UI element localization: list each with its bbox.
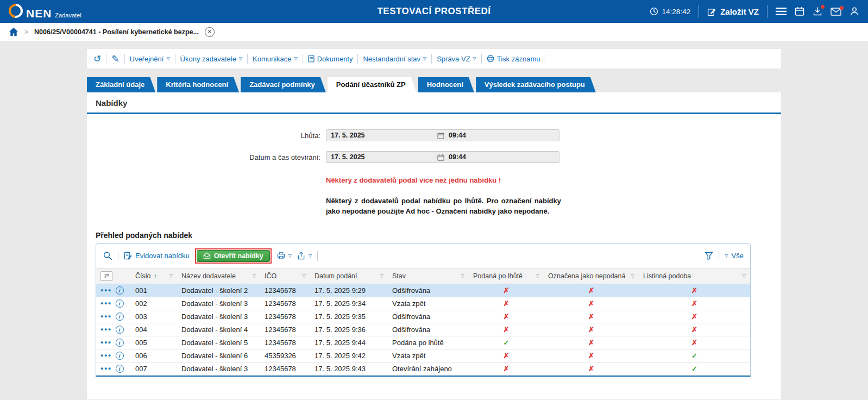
column-filter-icon[interactable]: ▽	[536, 273, 539, 278]
export-icon	[297, 252, 305, 260]
menu-label: Úkony zadavatele	[180, 55, 236, 63]
row-info-icon[interactable]: i	[116, 339, 124, 347]
filter-icon[interactable]	[705, 252, 713, 260]
cell-status: Vzata zpět	[388, 349, 469, 362]
tab-hodnoceni[interactable]: Hodnocení	[418, 77, 474, 92]
row-actions-icon[interactable]: ●●●	[100, 366, 112, 371]
topbar: NEN Zadavatel TESTOVACÍ PROSTŘEDÍ 14:28:…	[0, 0, 868, 23]
downloads-badge	[821, 5, 825, 9]
menu-label: Komunikace	[253, 55, 292, 63]
offer-row[interactable]: ●●●i007Dodavatel - školení 31234567817. …	[96, 362, 750, 375]
column-chooser-icon[interactable]: ⇄	[100, 271, 112, 281]
offer-row[interactable]: ●●●i001Dodavatel - školení 21234567817. …	[96, 284, 750, 297]
menu-label: Nestandardní stav	[363, 55, 420, 63]
pencil-icon[interactable]: ✎	[111, 54, 119, 64]
cross-icon: ✗	[639, 310, 750, 323]
column-label: Číslo	[135, 272, 150, 280]
breadcrumb-item[interactable]: N006/25/V00004741 - Posílení kybernetick…	[34, 28, 199, 36]
row-actions-icon[interactable]: ●●●	[100, 353, 112, 358]
row-actions-icon[interactable]: ●●●	[100, 301, 112, 306]
search-participant-icon[interactable]	[103, 251, 112, 261]
tab-podani-ucastniku[interactable]: Podání účastníků ZP	[328, 77, 417, 92]
topbar-separator	[767, 5, 768, 18]
calendar-icon[interactable]	[437, 132, 444, 139]
chevron-down-icon: ▽	[423, 57, 426, 61]
offer-row[interactable]: ●●●i005Dodavatel - školení 51234567817. …	[96, 336, 750, 349]
cell-supplier: Dodavatel - školení 4	[177, 323, 260, 336]
row-actions-icon[interactable]: ●●●	[100, 288, 112, 293]
menu-komunikace[interactable]: Komunikace▽	[253, 55, 298, 63]
menu-nestandardni-stav[interactable]: Nestandardní stav▽	[363, 55, 426, 63]
open-envelope-icon	[203, 252, 211, 259]
print-dropdown[interactable]: ▽	[277, 252, 292, 260]
chevron-down-icon: ▽	[166, 57, 169, 61]
row-info-icon[interactable]: i	[116, 286, 124, 295]
calendar-button[interactable]	[795, 7, 804, 16]
column-ico[interactable]: IČO▽	[260, 268, 310, 284]
history-icon[interactable]: ↺	[93, 54, 101, 64]
column-nazev-dodavatele[interactable]: Název dodavatele▽	[177, 268, 260, 284]
page-title: Nabídky	[87, 92, 781, 114]
topbar-separator	[699, 5, 699, 18]
calendar-icon[interactable]	[437, 154, 444, 161]
open-offers-button[interactable]: Otevřít nabídky	[197, 250, 270, 262]
menu-sprava-vz[interactable]: Správa VZ▽	[437, 55, 476, 63]
column-filter-icon[interactable]: ▽	[631, 273, 634, 278]
column-filter-icon[interactable]: ▽	[743, 273, 746, 278]
row-actions-icon[interactable]: ●●●	[100, 327, 112, 332]
column-stav[interactable]: Stav▽	[388, 268, 469, 284]
toolbar-separator	[124, 54, 125, 64]
column-filter-icon[interactable]: ▽	[303, 273, 306, 278]
cell-number: 005	[131, 336, 177, 349]
breadcrumb: > N006/25/V00004741 - Posílení kyberneti…	[0, 23, 868, 41]
menu-ukony-zadavatele[interactable]: Úkony zadavatele▽	[180, 55, 243, 63]
export-dropdown[interactable]: ▽	[297, 252, 312, 260]
tab-vysledek[interactable]: Výsledek zadávacího postupu	[476, 77, 596, 92]
row-actions-icon[interactable]: ●●●	[100, 314, 112, 319]
menu-dokumenty[interactable]: Dokumenty	[308, 55, 353, 63]
cell-number: 004	[131, 323, 177, 336]
column-datum-podani[interactable]: Datum podání▽	[310, 268, 388, 284]
column-cislo[interactable]: Číslo↑▽	[131, 268, 177, 284]
deadline-field[interactable]: 17. 5. 2025 09:44	[326, 129, 559, 141]
opening-field[interactable]: 17. 5. 2025 09:44	[326, 151, 559, 163]
tab-zadavaci-podminky[interactable]: Zadávací podmínky	[241, 77, 326, 92]
column-podana-po-lhute[interactable]: Podaná po lhůtě▽	[469, 268, 544, 284]
tab-zakladni-udaje[interactable]: Základní údaje	[87, 77, 155, 92]
row-info-icon[interactable]: i	[116, 299, 124, 308]
column-label: IČO	[265, 272, 276, 280]
toolbar-separator	[106, 54, 106, 64]
column-filter-icon[interactable]: ▽	[461, 273, 464, 278]
row-info-icon[interactable]: i	[116, 352, 124, 360]
menu-button[interactable]	[776, 7, 787, 16]
offer-row[interactable]: ●●●i006Dodavatel - školení 64535932617. …	[96, 349, 750, 362]
column-listinna-podoba[interactable]: Listinná podoba▽	[639, 268, 750, 284]
home-icon[interactable]	[9, 27, 18, 36]
column-filter-icon[interactable]: ▽	[380, 273, 383, 278]
tab-kriteria-hodnoceni[interactable]: Kritéria hodnocení	[157, 77, 239, 92]
menu-tisk-zaznamu[interactable]: Tisk záznamu	[487, 55, 540, 63]
messages-button[interactable]	[831, 8, 841, 16]
offer-row[interactable]: ●●●i004Dodavatel - školení 41234567817. …	[96, 323, 750, 336]
row-info-icon[interactable]: i	[116, 312, 124, 321]
cell-submitted: 17. 5. 2025 9:36	[310, 323, 388, 336]
menu-uverejneni[interactable]: Uveřejnění▽	[130, 55, 170, 63]
filter-all-dropdown[interactable]: ▽ Vše	[725, 252, 744, 260]
nen-logo[interactable]: NEN Zadavatel	[9, 4, 81, 19]
row-info-icon[interactable]: i	[116, 365, 124, 373]
row-info-icon[interactable]: i	[116, 326, 124, 334]
column-filter-icon[interactable]: ▽	[169, 273, 173, 278]
column-filter-icon[interactable]: ▽	[253, 273, 256, 278]
downloads-button[interactable]	[813, 7, 822, 16]
create-vz-button[interactable]: Založit VZ	[707, 7, 759, 16]
user-button[interactable]	[850, 7, 859, 16]
offer-row[interactable]: ●●●i002Dodavatel - školení 31234567817. …	[96, 297, 750, 310]
row-actions-icon[interactable]: ●●●	[100, 340, 112, 345]
offer-row[interactable]: ●●●i003Dodavatel - školení 31234567817. …	[96, 310, 750, 323]
clock-icon	[650, 7, 658, 16]
cell-number: 003	[131, 310, 177, 323]
close-icon[interactable]: ✕	[205, 27, 215, 37]
column-oznacena-nepodana[interactable]: Označena jako nepodaná▽	[544, 268, 639, 284]
register-offer-button[interactable]: Evidovat nabídku	[124, 252, 190, 260]
cell-number: 007	[131, 362, 177, 375]
